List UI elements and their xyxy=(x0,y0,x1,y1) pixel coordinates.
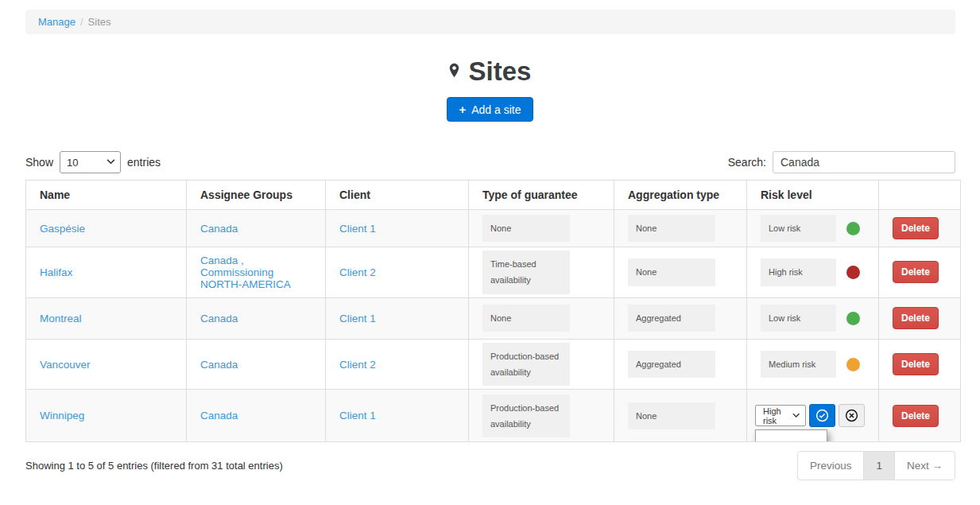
client-link[interactable]: Client 1 xyxy=(339,313,376,324)
risk-level-value: Low risk xyxy=(761,305,836,332)
pagination-next-button[interactable]: Next → xyxy=(894,451,955,480)
table-row: Halifax Canada , Commissioning NORTH-AME… xyxy=(26,247,961,298)
column-header-assignee-groups: Assignee Groups xyxy=(187,181,326,210)
risk-status-dot xyxy=(846,358,860,371)
assignee-groups-link[interactable]: Canada xyxy=(200,313,238,324)
guarantee-value: None xyxy=(482,305,570,332)
page-size-select[interactable]: 10 xyxy=(60,151,121,173)
assignee-groups-link[interactable]: Canada xyxy=(200,410,238,421)
client-link[interactable]: Client 2 xyxy=(339,266,376,278)
show-label: Show xyxy=(25,156,53,169)
site-name-link[interactable]: Montreal xyxy=(40,313,82,324)
site-name-link[interactable]: Vancouver xyxy=(40,359,91,371)
client-link[interactable]: Client 2 xyxy=(339,359,376,371)
search-input[interactable] xyxy=(773,151,955,173)
aggregation-value: None xyxy=(628,258,715,286)
risk-status-dot xyxy=(846,312,860,325)
add-site-label: Add a site xyxy=(471,103,521,116)
guarantee-value: Time-based availability xyxy=(482,251,570,294)
delete-button[interactable]: Delete xyxy=(893,405,939,427)
breadcrumb-manage-link[interactable]: Manage xyxy=(38,16,76,28)
risk-status-dot xyxy=(846,222,860,235)
delete-button[interactable]: Delete xyxy=(893,261,939,283)
search-label: Search: xyxy=(728,156,766,169)
risk-status-dot xyxy=(846,266,860,279)
entries-label: entries xyxy=(127,156,161,169)
column-header-aggregation: Aggregation type xyxy=(614,181,747,210)
map-pin-icon xyxy=(449,63,459,81)
check-circle-icon xyxy=(815,409,829,422)
column-header-risk-level: Risk level xyxy=(747,181,879,210)
risk-level-select[interactable]: High risk xyxy=(755,405,806,426)
column-header-actions xyxy=(879,181,961,210)
column-header-client: Client xyxy=(326,181,469,210)
risk-level-value: Low risk xyxy=(761,215,836,242)
client-link[interactable]: Client 1 xyxy=(339,223,376,235)
site-name-link[interactable]: Halifax xyxy=(40,266,72,278)
plus-icon: + xyxy=(459,103,466,116)
guarantee-value: None xyxy=(482,215,570,242)
entries-info: Showing 1 to 5 of 5 entries (filtered fr… xyxy=(25,460,283,472)
guarantee-value: Production-based availability xyxy=(482,343,570,387)
guarantee-value: Production-based availability xyxy=(482,394,570,438)
cancel-risk-button[interactable] xyxy=(839,404,865,427)
x-circle-icon xyxy=(845,409,858,422)
site-name-link[interactable]: Gaspésie xyxy=(40,223,85,235)
assignee-groups-link[interactable]: Canada xyxy=(200,359,238,371)
pagination-page-1-button[interactable]: 1 xyxy=(863,451,895,480)
site-name-link[interactable]: Winnipeg xyxy=(40,410,84,421)
table-row: Winnipeg Canada Client 1 Production-base… xyxy=(26,390,961,442)
aggregation-value: None xyxy=(628,402,715,429)
table-row: Vancouver Canada Client 2 Production-bas… xyxy=(26,339,961,390)
risk-select-value: High risk xyxy=(763,406,792,425)
aggregation-value: Aggregated xyxy=(628,351,715,378)
breadcrumb-current: Sites xyxy=(88,16,111,28)
aggregation-value: Aggregated xyxy=(628,305,715,332)
column-header-name: Name xyxy=(26,181,187,210)
pagination: Previous 1 Next → xyxy=(797,451,955,480)
table-row: Montreal Canada Client 1 None Aggregated… xyxy=(26,297,961,339)
breadcrumb: Manage/Sites xyxy=(25,10,955,34)
sites-page: Manage/Sites Sites + Add a site Show 10 … xyxy=(0,0,980,505)
pagination-previous-button[interactable]: Previous xyxy=(797,451,865,480)
confirm-risk-button[interactable] xyxy=(809,404,835,427)
column-header-guarantee: Type of guarantee xyxy=(469,181,614,210)
delete-button[interactable]: Delete xyxy=(893,353,939,375)
add-site-button[interactable]: + Add a site xyxy=(447,97,533,122)
assignee-groups-link[interactable]: Canada , Commissioning NORTH-AMERICA xyxy=(200,254,291,290)
risk-level-value: Medium risk xyxy=(761,351,836,378)
aggregation-value: None xyxy=(628,215,715,242)
risk-level-dropdown: Low risk Medium risk High risk xyxy=(755,429,827,442)
breadcrumb-separator: / xyxy=(80,16,83,28)
risk-option-low[interactable]: Low risk xyxy=(756,433,827,442)
table-row: Gaspésie Canada Client 1 None None Low r… xyxy=(26,210,961,247)
chevron-down-icon xyxy=(792,413,800,418)
delete-button[interactable]: Delete xyxy=(893,217,939,239)
delete-button[interactable]: Delete xyxy=(893,307,939,329)
client-link[interactable]: Client 1 xyxy=(339,410,376,421)
sites-table: Name Assignee Groups Client Type of guar… xyxy=(25,180,961,442)
risk-level-value: High risk xyxy=(761,258,836,286)
page-title: Sites xyxy=(469,56,532,87)
assignee-groups-link[interactable]: Canada xyxy=(200,223,238,235)
